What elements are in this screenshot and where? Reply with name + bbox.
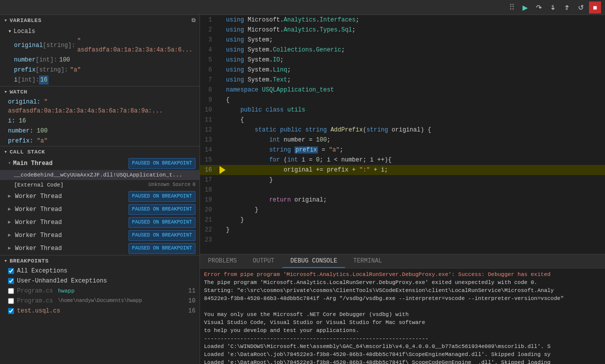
bp-program-cs-2-path: \home\nandyw\Documents\hwapp — [58, 296, 142, 306]
watch-section: ▾ WATCH original: " asdfasdfa:0a:1a:2a:3… — [0, 86, 200, 146]
breakpoints-header[interactable]: ▾ BREAKPOINTS — [0, 256, 200, 266]
worker-thread-1[interactable]: ▶ Worker Thread PAUSED ON BREAKPOINT — [0, 190, 200, 203]
code-line-7: 7 using System.Text; — [200, 75, 605, 85]
stop-button[interactable]: ■ — [589, 2, 601, 14]
console-line-3: Starting: "e:\src\cosmos\private\cosmos\… — [204, 286, 601, 294]
watch-i: i: 16 — [0, 116, 200, 126]
bp-user-unhandled-label: User-Unhandled Exceptions — [17, 276, 107, 286]
var-original: original [string]: " asdfasdfa:0a:1a:2a:… — [0, 36, 200, 55]
tab-terminal[interactable]: TERMINAL — [345, 254, 390, 268]
debug-toolbar: ⠿ ▶ ↷ ↺ ■ — [0, 0, 605, 15]
code-line-15: 15 for (int i = 0; i < number; i ++){ — [200, 155, 605, 165]
var-number: number [int]: 100 — [0, 55, 200, 65]
bp-all-exceptions-checkbox[interactable] — [8, 268, 14, 274]
stack-frame-external[interactable]: [External Code] Unknown Source 0 — [0, 180, 200, 190]
code-line-17: 17 } — [200, 175, 605, 185]
bottom-panel: PROBLEMS OUTPUT DEBUG CONSOLE TERMINAL E… — [200, 254, 605, 364]
bp-test-usql-checkbox[interactable] — [8, 308, 14, 314]
bp-program-cs-1-label: Program.cs — [17, 286, 53, 296]
watch-prefix: prefix: "a" — [0, 136, 200, 146]
variables-content: ▾ Locals original [string]: " asdfasdfa:… — [0, 26, 200, 86]
code-editor[interactable]: 1 using Microsoft.Analytics.Interfaces; … — [200, 15, 605, 254]
worker-1-status: PAUSED ON BREAKPOINT — [128, 191, 196, 202]
main-thread-header[interactable]: ▾ Main Thread PAUSED ON BREAKPOINT — [0, 157, 200, 170]
bp-user-unhandled-checkbox[interactable] — [8, 278, 14, 284]
var-prefix: prefix [string]: "a" — [0, 65, 200, 75]
watch-original: original: " asdfasdfa:0a:1a:2a:3a:4a:5a:… — [0, 97, 200, 116]
code-line-11: 11 { — [200, 115, 605, 125]
worker-thread-4[interactable]: ▶ Worker Thread PAUSED ON BREAKPOINT — [0, 229, 200, 242]
breakpoints-expand-icon: ▾ — [4, 258, 8, 264]
locals-group[interactable]: ▾ Locals — [0, 26, 200, 36]
restart-button[interactable]: ↺ — [575, 2, 587, 14]
breakpoints-section: ▾ BREAKPOINTS All Exceptions User-Unhand… — [0, 256, 200, 364]
continue-button[interactable]: ▶ — [519, 2, 531, 14]
tab-output[interactable]: OUTPUT — [245, 254, 282, 268]
bottom-tab-bar: PROBLEMS OUTPUT DEBUG CONSOLE TERMINAL — [200, 254, 605, 268]
worker-2-expand-icon: ▶ — [8, 205, 11, 214]
console-line-11: Loaded 'e:\DataRoot\.job\784522e3-f3b8-4… — [204, 350, 601, 358]
callstack-expand-icon: ▾ — [4, 148, 8, 155]
tab-problems[interactable]: PROBLEMS — [200, 254, 245, 268]
code-line-3: 3 using System; — [200, 35, 605, 45]
variables-copy-icon[interactable]: ⧉ — [192, 18, 196, 24]
worker-thread-5[interactable]: ▶ Worker Thread PAUSED ON BREAKPOINT — [0, 242, 200, 255]
code-line-4: 4 using System.Collections.Generic; — [200, 45, 605, 55]
bp-user-unhandled: User-Unhandled Exceptions — [0, 276, 200, 286]
console-line-6: You may only use the Microsoft .NET Core… — [204, 310, 601, 318]
toolbar-dots-icon: ⠿ — [509, 2, 515, 12]
worker-5-status: PAUSED ON BREAKPOINT — [128, 243, 196, 254]
tab-debug-console[interactable]: DEBUG CONSOLE — [282, 254, 346, 268]
console-line-1: Error from pipe program 'Microsoft.Analy… — [204, 270, 601, 278]
bp-all-exceptions: All Exceptions — [0, 266, 200, 276]
watch-header[interactable]: ▾ WATCH — [0, 86, 200, 97]
console-line-7: Visual Studio Code, Visual Studio or Vis… — [204, 318, 601, 326]
worker-2-status: PAUSED ON BREAKPOINT — [128, 204, 196, 215]
console-line-12: Loaded 'e:\DataRoot\.job\784522e3-f3b8-4… — [204, 358, 601, 364]
code-line-8: 8 namespace USQLApplication_test — [200, 85, 605, 95]
code-line-5: 5 using System.IO; — [200, 55, 605, 65]
code-line-14: 14 string prefix = "a"; — [200, 145, 605, 155]
worker-2-name: Worker Thread — [15, 205, 62, 214]
variables-title: VARIABLES — [10, 18, 42, 24]
code-line-10: 10 public class utils — [200, 105, 605, 115]
debug-console-content: Error from pipe program 'Microsoft.Analy… — [200, 268, 605, 364]
step-into-button[interactable] — [547, 2, 559, 14]
watch-title: WATCH — [10, 89, 28, 95]
code-line-23: 23 — [200, 235, 605, 245]
variables-header[interactable]: ▾ VARIABLES ⧉ — [0, 15, 200, 26]
stack-frame-1[interactable]: __codeBehind__wCyUUaAxxZJF.dll!USQLAppli… — [0, 170, 200, 180]
variables-section: ▾ VARIABLES ⧉ ▾ Locals original [string]… — [0, 15, 200, 86]
bp-program-cs-2-checkbox[interactable] — [8, 298, 14, 304]
bp-program-cs-1-tag: hwapp — [58, 286, 74, 296]
code-line-6: 6 using System.Linq; — [200, 65, 605, 75]
code-line-12: 12 static public string AddPrefix(string… — [200, 125, 605, 135]
main-layout: ▾ VARIABLES ⧉ ▾ Locals original [string]… — [0, 15, 605, 364]
main-thread-status: PAUSED ON BREAKPOINT — [128, 158, 196, 169]
bp-test-usql-line: 16 — [188, 306, 196, 316]
worker-thread-3[interactable]: ▶ Worker Thread PAUSED ON BREAKPOINT — [0, 216, 200, 229]
variables-expand-icon: ▾ — [4, 17, 8, 24]
worker-5-expand-icon: ▶ — [8, 244, 11, 253]
stack-frame-line: 0 — [192, 180, 196, 190]
bp-program-cs-1: Program.cs hwapp 11 — [0, 286, 200, 296]
code-line-19: 19 return original; — [200, 195, 605, 205]
bp-program-cs-2: Program.cs \home\nandyw\Documents\hwapp … — [0, 296, 200, 306]
step-over-button[interactable]: ↷ — [533, 2, 545, 14]
breakpoints-title: BREAKPOINTS — [10, 258, 48, 264]
stack-frame-1-name: __codeBehind__wCyUUaAxxZJF.dll!USQLAppli… — [14, 172, 182, 178]
code-line-22: 22 } — [200, 225, 605, 235]
worker-1-expand-icon: ▶ — [8, 192, 11, 201]
bp-program-cs-1-checkbox[interactable] — [8, 288, 14, 294]
code-line-16: 16 original += prefix + ":" + i; — [200, 165, 605, 175]
callstack-title: CALL STACK — [10, 149, 45, 155]
callstack-header[interactable]: ▾ CALL STACK — [0, 146, 200, 157]
unknown-source-label: Unknown Source — [148, 180, 190, 190]
bp-program-cs-2-label: Program.cs — [17, 296, 53, 306]
locals-expand-icon: ▾ — [8, 28, 12, 35]
worker-4-expand-icon: ▶ — [8, 231, 11, 240]
worker-thread-2[interactable]: ▶ Worker Thread PAUSED ON BREAKPOINT — [0, 203, 200, 216]
step-out-button[interactable] — [561, 2, 573, 14]
console-line-2: The pipe program 'Microsoft.Analytics.Lo… — [204, 278, 601, 286]
code-line-13: 13 int number = 100; — [200, 135, 605, 145]
